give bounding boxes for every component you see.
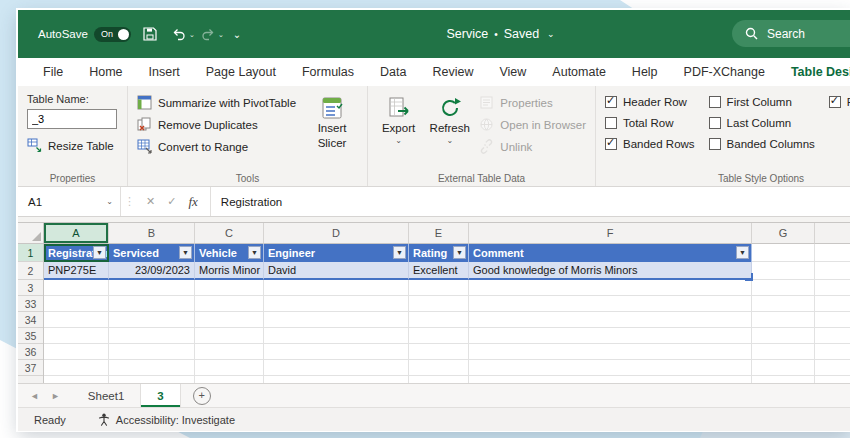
row-header-2[interactable]: 2	[18, 262, 43, 280]
banded-rows-checkbox[interactable]: Banded Rows	[605, 138, 695, 150]
cell-b2[interactable]: 23/09/2023	[109, 262, 195, 280]
save-icon[interactable]	[140, 23, 160, 45]
ribbon-group-tools: Summarize with PivotTable Remove Duplica…	[128, 86, 368, 186]
cell-e2[interactable]: Excellent	[409, 262, 469, 280]
filter-button[interactable]: ▼	[93, 246, 106, 259]
tab-data[interactable]: Data	[367, 59, 419, 86]
cell-c1-vehicle-header[interactable]: Vehicle ▼	[195, 244, 264, 262]
cell-d2[interactable]: David	[264, 262, 409, 280]
banded-columns-checkbox[interactable]: Banded Columns	[709, 138, 815, 150]
resize-table-button[interactable]: Resize Table	[27, 138, 118, 153]
summarize-with-pivottable-button[interactable]: Summarize with PivotTable	[137, 95, 296, 110]
redo-icon[interactable]: ⌄	[198, 23, 218, 45]
insert-slicer-icon	[319, 95, 345, 121]
filter-button[interactable]: ▼	[179, 246, 192, 259]
total-row-checkbox[interactable]: Total Row	[605, 117, 695, 129]
accessibility-status[interactable]: Accessibility: Investigate	[82, 413, 235, 426]
formula-bar-content[interactable]: Registration	[211, 187, 850, 216]
filter-button[interactable]: ▼	[248, 246, 261, 259]
name-box-dropdown-icon[interactable]: ⌄	[106, 197, 113, 206]
checkbox-icon	[709, 117, 721, 129]
column-header-c[interactable]: C	[195, 223, 264, 244]
insert-function-icon[interactable]: fx	[188, 194, 197, 210]
filter-button[interactable]: ▼	[393, 246, 406, 259]
refresh-dropdown-icon[interactable]: ⌄	[446, 136, 453, 146]
tab-view[interactable]: View	[486, 59, 539, 86]
filter-button[interactable]: ▼	[453, 246, 466, 259]
cell-g2[interactable]	[752, 262, 815, 280]
row-header-1[interactable]: 1	[18, 244, 43, 262]
empty-grid-region[interactable]	[44, 280, 850, 383]
row-header-34[interactable]: 34	[18, 312, 43, 328]
export-button[interactable]: Export ⌄	[377, 93, 420, 154]
tab-formulas[interactable]: Formulas	[289, 59, 367, 86]
row-header-33[interactable]: 33	[18, 296, 43, 312]
document-title[interactable]: Service • Saved ⌄	[446, 27, 554, 41]
tab-home[interactable]: Home	[76, 59, 135, 86]
search-box[interactable]: Search	[732, 20, 850, 47]
cell-d1-engineer-header[interactable]: Engineer ▼	[264, 244, 409, 262]
sheet-tab-3[interactable]: 3	[141, 384, 180, 407]
first-column-checkbox[interactable]: First Column	[709, 96, 815, 108]
column-header-a[interactable]: A	[44, 223, 109, 244]
cell-e1-rating-header[interactable]: Rating ▼	[409, 244, 469, 262]
autosave-toggle[interactable]: On	[94, 27, 131, 42]
tab-review[interactable]: Review	[419, 59, 486, 86]
tab-table-design[interactable]: Table Design	[778, 59, 850, 86]
cell-h2[interactable]	[815, 262, 850, 280]
table-name-input[interactable]	[27, 109, 117, 129]
table-resize-handle[interactable]	[745, 273, 753, 281]
quick-access-customize-icon[interactable]: ⌄	[227, 23, 247, 45]
filter-button-checkbox[interactable]: Filter Button	[829, 96, 850, 108]
cell-c2[interactable]: Morris Minor	[195, 262, 264, 280]
tab-help[interactable]: Help	[619, 59, 671, 86]
formula-bar-drag-handle[interactable]: ⋮	[121, 187, 138, 216]
tab-page-layout[interactable]: Page Layout	[193, 59, 289, 86]
unlink-button: Unlink	[479, 139, 586, 154]
sheet-tab-sheet1[interactable]: Sheet1	[72, 384, 141, 407]
select-all-button[interactable]	[18, 223, 44, 244]
refresh-button[interactable]: Refresh ⌄	[428, 93, 471, 154]
cell-a2[interactable]: PNP275E	[44, 262, 109, 280]
cell-h1[interactable]	[815, 244, 850, 262]
cell-f2[interactable]: Good knowledge of Morris Minors	[469, 262, 752, 280]
cancel-entry-icon[interactable]: ✕	[146, 195, 155, 208]
column-header-d[interactable]: D	[264, 223, 409, 244]
sheet-nav-right-icon[interactable]: ►	[51, 391, 60, 401]
export-dropdown-icon[interactable]: ⌄	[395, 136, 402, 146]
cell-f1-comment-header[interactable]: Comment ▼	[469, 244, 752, 262]
tab-automate[interactable]: Automate	[539, 59, 619, 86]
confirm-entry-icon[interactable]: ✓	[167, 195, 176, 208]
column-header-h[interactable]: H	[815, 223, 850, 244]
cell-b1-serviced-header[interactable]: Serviced ▼	[109, 244, 195, 262]
convert-to-range-button[interactable]: Convert to Range	[137, 139, 296, 154]
remove-duplicates-button[interactable]: Remove Duplicates	[137, 117, 296, 132]
column-header-e[interactable]: E	[409, 223, 469, 244]
undo-dropdown-icon[interactable]: ⌄	[189, 31, 195, 39]
tab-pdf-xchange[interactable]: PDF-XChange	[671, 59, 778, 86]
cell-g1[interactable]	[752, 244, 815, 262]
autosave-control[interactable]: AutoSave On	[38, 27, 131, 42]
filter-button[interactable]: ▼	[736, 246, 749, 259]
status-mode[interactable]: Ready	[18, 414, 82, 426]
row-header-36[interactable]: 36	[18, 344, 43, 360]
header-row-checkbox[interactable]: Header Row	[605, 96, 695, 108]
sheet-nav-left-icon[interactable]: ◄	[30, 391, 39, 401]
tab-insert[interactable]: Insert	[136, 59, 193, 86]
row-header-35[interactable]: 35	[18, 328, 43, 344]
tab-file[interactable]: File	[30, 59, 76, 86]
undo-icon[interactable]: ⌄	[169, 23, 189, 45]
column-header-f[interactable]: F	[469, 223, 752, 244]
last-column-checkbox[interactable]: Last Column	[709, 117, 815, 129]
redo-dropdown-icon[interactable]: ⌄	[218, 31, 224, 39]
insert-slicer-button[interactable]: Insert Slicer	[306, 93, 358, 154]
title-dropdown-icon[interactable]: ⌄	[547, 29, 555, 39]
name-box[interactable]: A1 ⌄	[18, 187, 121, 216]
column-header-g[interactable]: G	[752, 223, 815, 244]
add-sheet-button[interactable]: +	[193, 387, 211, 405]
insert-slicer-label-2: Slicer	[318, 136, 347, 151]
cell-a1-registration-header[interactable]: Registration ▼	[44, 244, 109, 262]
column-header-b[interactable]: B	[109, 223, 195, 244]
row-header-3[interactable]: 3	[18, 280, 43, 296]
row-header-37[interactable]: 37	[18, 360, 43, 376]
